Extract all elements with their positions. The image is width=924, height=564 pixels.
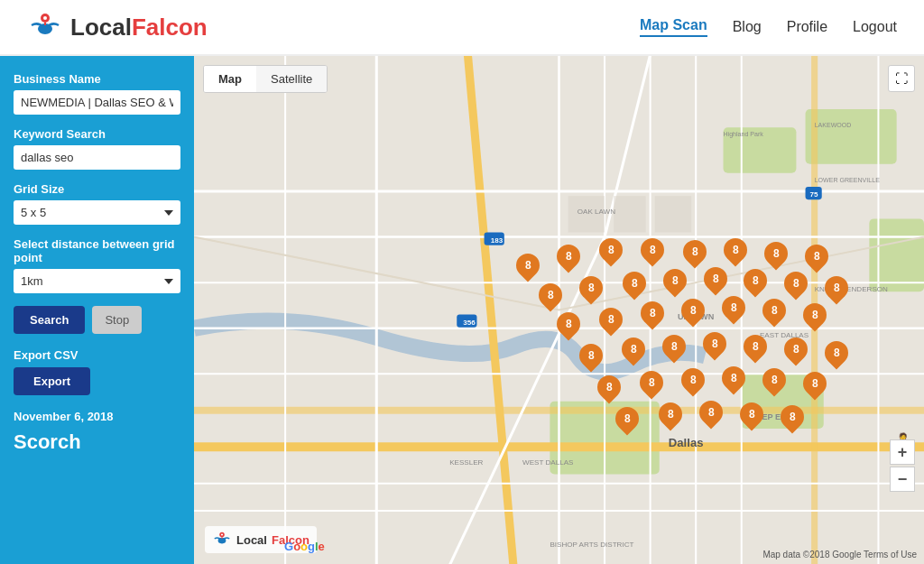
map-pin[interactable]: 8 xyxy=(641,301,664,325)
map-pin[interactable]: 8 xyxy=(722,366,745,390)
map-pin[interactable]: 8 xyxy=(825,341,848,365)
map-pin[interactable]: 8 xyxy=(784,272,808,295)
google-logo: Google xyxy=(284,540,325,553)
map-pin[interactable]: 8 xyxy=(516,254,540,277)
map-pin[interactable]: 8 xyxy=(703,332,726,356)
fullscreen-icon: ⛶ xyxy=(895,71,908,86)
map-pin[interactable]: 8 xyxy=(683,240,707,264)
logo: LocalFalcon xyxy=(27,9,208,45)
map-pin[interactable]: 8 xyxy=(803,303,827,327)
nav-profile[interactable]: Profile xyxy=(787,19,827,35)
map-pin[interactable]: 8 xyxy=(599,308,623,331)
map-pin[interactable]: 8 xyxy=(641,238,664,262)
svg-point-2 xyxy=(43,16,47,20)
map-pin[interactable]: 8 xyxy=(539,283,562,307)
export-section: Export CSV Export xyxy=(14,348,180,395)
map-pin[interactable]: 8 xyxy=(762,368,786,392)
main-nav: Map Scan Blog Profile Logout xyxy=(640,17,897,37)
map-pin[interactable]: 8 xyxy=(557,245,580,268)
map-pin[interactable]: 8 xyxy=(744,269,767,292)
svg-rect-5 xyxy=(806,109,897,164)
map-pin[interactable]: 8 xyxy=(557,312,580,336)
search-stop-row: Search Stop xyxy=(14,306,180,334)
business-name-label: Business Name xyxy=(14,72,180,86)
scorch-label: Scorch xyxy=(14,430,180,454)
svg-text:356: 356 xyxy=(463,319,476,327)
watermark-icon xyxy=(212,530,232,550)
grid-size-label: Grid Size xyxy=(14,182,180,196)
logo-text: LocalFalcon xyxy=(70,14,208,42)
map-container: OAK LAWN UPTOWN EAST DALLAS WEST DALLAS … xyxy=(194,56,924,564)
svg-text:183: 183 xyxy=(491,236,504,245)
map-pin[interactable]: 8 xyxy=(662,335,686,358)
map-pin[interactable]: 8 xyxy=(579,344,603,367)
distance-select[interactable]: 1km 0.5km 2km 3km xyxy=(14,269,180,293)
map-attribution: Map data ©2018 Google Terms of Use xyxy=(762,550,917,559)
nav-blog[interactable]: Blog xyxy=(733,19,762,35)
svg-text:KESSLER: KESSLER xyxy=(449,458,483,467)
map-pin[interactable]: 8 xyxy=(744,335,767,358)
map-pin[interactable]: 8 xyxy=(762,299,786,322)
nav-map-scan[interactable]: Map Scan xyxy=(640,17,707,37)
svg-rect-25 xyxy=(614,196,645,232)
map-pin[interactable]: 8 xyxy=(704,267,727,291)
map-pin[interactable]: 8 xyxy=(597,375,621,399)
map-pin[interactable]: 8 xyxy=(784,337,808,361)
export-button[interactable]: Export xyxy=(14,367,90,395)
map-pin[interactable]: 8 xyxy=(764,242,788,265)
svg-text:OAK LAWN: OAK LAWN xyxy=(578,208,616,216)
svg-text:Highland Park: Highland Park xyxy=(724,131,764,138)
fullscreen-button[interactable]: ⛶ xyxy=(888,65,915,92)
map-pin[interactable]: 8 xyxy=(659,402,682,426)
svg-text:BISHOP ARTS DISTRICT: BISHOP ARTS DISTRICT xyxy=(550,541,633,549)
search-button[interactable]: Search xyxy=(14,306,85,334)
distance-label: Select distance between grid point xyxy=(14,237,180,264)
keyword-input[interactable] xyxy=(14,145,180,170)
map-pin[interactable]: 8 xyxy=(722,296,745,319)
map-tabs: Map Satellite xyxy=(203,65,328,93)
scan-date: November 6, 2018 xyxy=(14,410,180,423)
map-pin[interactable]: 8 xyxy=(640,371,663,394)
map-tab-satellite[interactable]: Satellite xyxy=(256,66,327,92)
watermark-local: Local xyxy=(236,533,267,547)
svg-point-47 xyxy=(221,533,223,535)
logo-local: Local xyxy=(70,14,132,41)
map-pin[interactable]: 8 xyxy=(623,272,646,295)
map-pin[interactable]: 8 xyxy=(740,402,763,426)
map-pin[interactable]: 8 xyxy=(681,299,705,322)
business-name-input[interactable] xyxy=(14,90,180,115)
svg-text:75: 75 xyxy=(810,190,818,199)
map-pin[interactable]: 8 xyxy=(599,238,623,262)
svg-text:LOWER GREENVILLE: LOWER GREENVILLE xyxy=(815,177,881,183)
nav-logout[interactable]: Logout xyxy=(853,19,897,35)
svg-text:Dallas: Dallas xyxy=(669,436,704,449)
map-pin[interactable]: 8 xyxy=(579,276,603,300)
map-pin[interactable]: 8 xyxy=(622,337,645,361)
logo-falcon: Falcon xyxy=(132,14,208,41)
svg-text:WEST DALLAS: WEST DALLAS xyxy=(522,458,574,467)
svg-rect-26 xyxy=(655,196,691,232)
grid-size-select[interactable]: 5 x 5 3 x 3 7 x 7 9 x 9 xyxy=(14,200,180,225)
logo-icon xyxy=(27,9,63,45)
map-pin[interactable]: 8 xyxy=(615,407,639,430)
map-pin[interactable]: 8 xyxy=(805,245,828,268)
map-pin[interactable]: 8 xyxy=(681,368,705,392)
sidebar: Business Name Keyword Search Grid Size 5… xyxy=(0,56,194,564)
main-container: Business Name Keyword Search Grid Size 5… xyxy=(0,56,924,564)
stop-button[interactable]: Stop xyxy=(92,306,142,334)
map-tab-map[interactable]: Map xyxy=(204,66,256,92)
header: LocalFalcon Map Scan Blog Profile Logout xyxy=(0,0,924,56)
zoom-controls: + − xyxy=(890,439,915,492)
svg-text:LAKEWOOD: LAKEWOOD xyxy=(815,122,852,128)
map-pin[interactable]: 8 xyxy=(825,276,848,300)
keyword-label: Keyword Search xyxy=(14,127,180,141)
map-pin[interactable]: 8 xyxy=(803,372,827,395)
zoom-out-button[interactable]: − xyxy=(890,467,915,492)
map-pin[interactable]: 8 xyxy=(663,269,687,292)
map-pin[interactable]: 8 xyxy=(781,405,804,429)
export-csv-label: Export CSV xyxy=(14,348,180,362)
map-pin[interactable]: 8 xyxy=(699,401,723,424)
zoom-in-button[interactable]: + xyxy=(890,439,915,465)
map-pin[interactable]: 8 xyxy=(724,238,747,262)
